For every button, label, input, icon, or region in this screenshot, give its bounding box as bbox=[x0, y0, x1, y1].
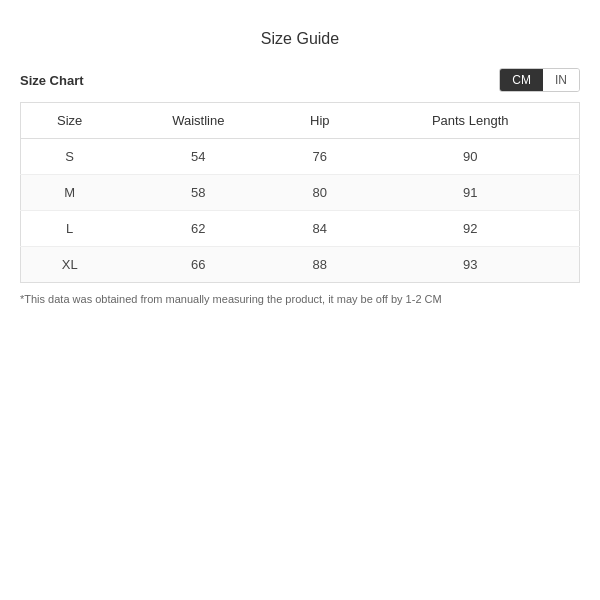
col-header-hip: Hip bbox=[278, 103, 361, 139]
unit-in-button[interactable]: IN bbox=[543, 69, 579, 91]
table-cell: M bbox=[21, 175, 119, 211]
col-header-size: Size bbox=[21, 103, 119, 139]
table-cell: L bbox=[21, 211, 119, 247]
table-cell: 66 bbox=[118, 247, 278, 283]
table-cell: 58 bbox=[118, 175, 278, 211]
size-table: Size Waistline Hip Pants Length S547690M… bbox=[20, 102, 580, 283]
table-row: L628492 bbox=[21, 211, 580, 247]
table-cell: 90 bbox=[361, 139, 579, 175]
table-row: XL668893 bbox=[21, 247, 580, 283]
col-header-waistline: Waistline bbox=[118, 103, 278, 139]
table-header-row: Size Waistline Hip Pants Length bbox=[21, 103, 580, 139]
table-cell: 88 bbox=[278, 247, 361, 283]
table-cell: XL bbox=[21, 247, 119, 283]
table-cell: 91 bbox=[361, 175, 579, 211]
table-cell: 76 bbox=[278, 139, 361, 175]
page-wrapper: Size Guide Size Chart CM IN Size Waistli… bbox=[0, 0, 600, 600]
table-cell: S bbox=[21, 139, 119, 175]
table-cell: 54 bbox=[118, 139, 278, 175]
table-row: S547690 bbox=[21, 139, 580, 175]
size-chart-header: Size Chart CM IN bbox=[20, 68, 580, 92]
table-cell: 92 bbox=[361, 211, 579, 247]
table-row: M588091 bbox=[21, 175, 580, 211]
unit-cm-button[interactable]: CM bbox=[500, 69, 543, 91]
table-cell: 93 bbox=[361, 247, 579, 283]
footnote: *This data was obtained from manually me… bbox=[20, 293, 580, 305]
page-title: Size Guide bbox=[261, 30, 339, 48]
size-chart-container: Size Chart CM IN Size Waistline Hip Pant… bbox=[20, 68, 580, 305]
size-chart-label: Size Chart bbox=[20, 73, 84, 88]
table-cell: 84 bbox=[278, 211, 361, 247]
table-cell: 62 bbox=[118, 211, 278, 247]
unit-toggle: CM IN bbox=[499, 68, 580, 92]
col-header-pants-length: Pants Length bbox=[361, 103, 579, 139]
table-cell: 80 bbox=[278, 175, 361, 211]
